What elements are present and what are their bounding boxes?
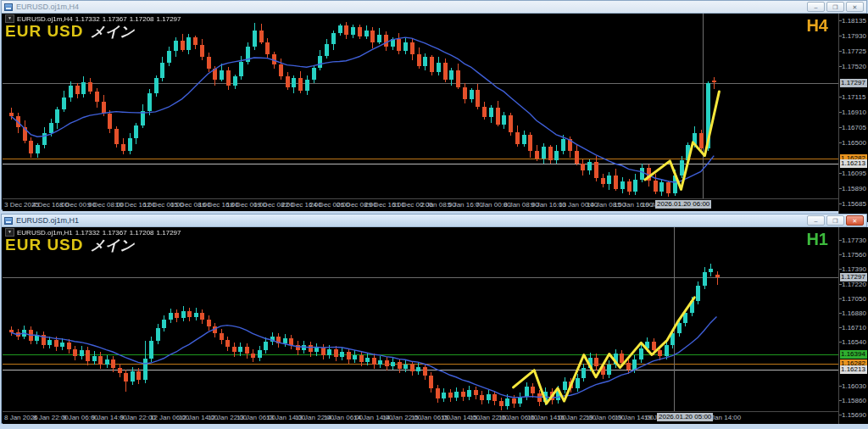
h4-time-axis[interactable]: 3 Dec 20254 Dec 16:008 Dec 00:009 Dec 08… [3, 198, 838, 211]
ohlc-info-h1: ▼ EURUSD.oj1m,H1 1.17332 1.17367 1.17208… [5, 228, 181, 237]
dropdown-icon[interactable]: ▼ [5, 228, 14, 237]
low-value: 1.17208 [130, 15, 154, 23]
price-tick-label: 1.17930 [842, 32, 866, 40]
price-tick-label: 1.17220 [842, 281, 866, 288]
h4-price-axis[interactable]: 1.181351.179301.177251.175201.171151.169… [838, 14, 868, 222]
price-tick-label: 1.15685 [842, 200, 866, 208]
price-level-label: 1.16394 [840, 350, 867, 359]
symbol-timeframe: EURUSD.oj1m,H1 [17, 229, 73, 237]
h1-price-axis[interactable]: 1.177301.175601.173901.172201.170501.168… [838, 227, 868, 424]
minimize-icon[interactable]: – [807, 215, 825, 226]
price-tick-label: 1.15690 [842, 411, 866, 419]
chart-window-icon [4, 3, 13, 11]
price-level-label: 1.16213 [840, 365, 867, 374]
mdi-workspace: { "icons": {"minimize": "–", "restore": … [0, 0, 868, 429]
price-level-label: 1.17297 [840, 79, 867, 87]
price-tick-label: 1.17730 [842, 237, 866, 244]
h4-chart-area: 1.181351.179301.177251.175201.171151.169… [3, 14, 865, 209]
close-icon[interactable]: ✕ [846, 215, 864, 226]
low-value: 1.17208 [130, 229, 154, 237]
price-tick-label: 1.16500 [842, 139, 866, 147]
chart-window-h1: EURUSD.oj1m,H1 – ❐ ✕ 1.177301.175601.173… [1, 214, 867, 424]
price-tick-label: 1.17115 [842, 93, 865, 101]
open-value: 1.17332 [75, 229, 100, 237]
watermark-suffix: メイン [91, 24, 135, 40]
open-value: 1.17332 [75, 15, 100, 23]
timeframe-badge-h1: H1 [806, 230, 828, 249]
restore-icon[interactable]: ❐ [826, 2, 844, 12]
price-tick-label: 1.16095 [842, 170, 866, 177]
chart-window-icon [4, 217, 13, 225]
price-tick-label: 1.16880 [842, 309, 866, 317]
window-titlebar-h1[interactable]: EURUSD.oj1m,H1 – ❐ ✕ [2, 214, 866, 227]
price-tick-label: 1.16710 [842, 324, 866, 332]
price-tick-label: 1.15860 [842, 397, 866, 404]
restore-icon[interactable]: ❐ [826, 215, 844, 226]
watermark-pair: EUR USD [5, 236, 84, 254]
price-tick-label: 1.16910 [842, 109, 866, 116]
price-tick-label: 1.16705 [842, 124, 866, 131]
ohlc-info-h4: ▼ EURUSD.oj1m,H4 1.17332 1.17367 1.17208… [5, 14, 181, 23]
high-value: 1.17367 [103, 229, 127, 237]
window-title: EURUSD.oj1m,H1 [16, 214, 804, 226]
price-tick-label: 1.16540 [842, 338, 866, 346]
price-tick-label: 1.17050 [842, 295, 866, 303]
price-tick-label: 1.16030 [842, 382, 866, 390]
dropdown-icon[interactable]: ▼ [5, 14, 14, 23]
high-value: 1.17367 [103, 15, 127, 23]
window-controls: – ❐ ✕ [807, 215, 864, 226]
time-marker-label: 2026.01.20 06:00 [655, 200, 711, 209]
h1-chart-area: 1.177301.175601.173901.172201.170501.168… [3, 227, 865, 422]
h1-time-axis[interactable]: 8 Jan 20268 Jan 22:009 Jan 06:009 Jan 14… [3, 411, 838, 424]
price-tick-label: 1.15890 [842, 185, 866, 192]
watermark-h4: EUR USDメイン [5, 22, 135, 42]
price-tick-label: 1.17520 [842, 63, 866, 70]
price-tick-label: 1.17725 [842, 47, 866, 55]
price-level-label: 1.16213 [840, 159, 867, 168]
window-titlebar-h4[interactable]: EURUSD.oj1m,H4 – ❐ ✕ [2, 1, 866, 14]
minimize-icon[interactable]: – [807, 2, 825, 12]
price-level-label: 1.17297 [840, 273, 867, 281]
watermark-suffix: メイン [91, 237, 135, 254]
close-icon[interactable]: ✕ [846, 2, 864, 12]
symbol-timeframe: EURUSD.oj1m,H4 [17, 15, 73, 23]
price-tick-label: 1.17390 [842, 265, 866, 273]
chart-window-h4: EURUSD.oj1m,H4 – ❐ ✕ 1.181351.179301.177… [1, 0, 867, 210]
window-title: EURUSD.oj1m,H4 [16, 1, 804, 13]
price-tick-label: 1.17560 [842, 251, 866, 259]
watermark-h1: EUR USDメイン [5, 236, 135, 255]
close-value: 1.17297 [157, 229, 181, 237]
timeframe-badge-h4: H4 [806, 16, 828, 36]
window-controls: – ❐ ✕ [807, 2, 864, 12]
price-tick-label: 1.18135 [842, 17, 866, 25]
time-marker-label: 2026.01.20 05:00 [657, 413, 713, 421]
watermark-pair: EUR USD [5, 22, 84, 40]
close-value: 1.17297 [157, 15, 181, 23]
